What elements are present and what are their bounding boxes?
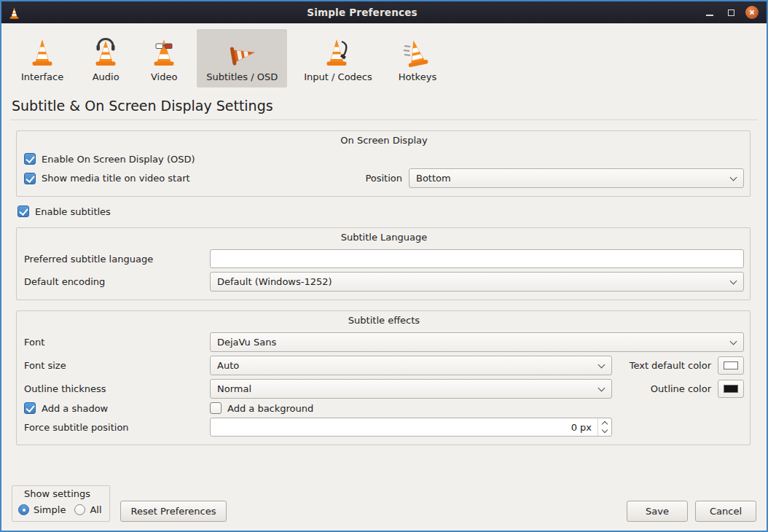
checkbox-icon [17,206,29,217]
checkbox-icon [210,402,222,414]
cancel-button[interactable]: Cancel [695,501,756,522]
restore-icon [728,9,734,16]
interface-icon [26,36,58,68]
default-encoding-label: Default encoding [24,276,210,287]
tab-label: Video [151,71,177,82]
text-default-color-label: Text default color [630,360,711,371]
tab-input-codecs[interactable]: Input / Codecs [294,29,382,87]
preferred-language-label: Preferred subtitle language [24,254,210,265]
spinner-buttons[interactable] [597,418,611,436]
outline-thickness-dropdown[interactable]: Normal [210,379,612,399]
enable-subtitles-label: Enable subtitles [35,206,111,217]
subtitle-language-group: Subtitle Language Preferred subtitle lan… [16,227,751,300]
outline-thickness-value: Normal [217,383,599,394]
position-value: Bottom [416,173,731,184]
text-default-color-button[interactable] [718,356,744,375]
add-background-label: Add a background [227,403,313,414]
add-shadow-label: Add a shadow [42,403,108,414]
osd-group: On Screen Display Enable On Screen Displ… [16,130,751,197]
chevron-down-icon [730,277,737,284]
save-button[interactable]: Save [627,501,688,522]
tab-audio[interactable]: Audio [80,29,131,87]
chevron-down-icon [598,384,606,391]
audio-icon [90,36,122,68]
show-media-title-checkbox[interactable]: Show media title on video start [24,173,190,184]
tab-label: Interface [21,71,63,82]
subtitles-osd-icon [226,36,258,68]
radio-icon [74,504,85,515]
enable-subtitles-checkbox[interactable]: Enable subtitles [17,206,111,217]
tab-video[interactable]: Video [138,29,189,87]
simple-radio-label: Simple [34,504,66,515]
text-default-color-swatch [724,361,738,369]
show-media-title-label: Show media title on video start [42,173,190,184]
checkbox-icon [24,173,36,184]
osd-group-title: On Screen Display [24,133,744,149]
outline-thickness-label: Outline thickness [24,383,210,394]
all-radio-label: All [90,504,101,515]
tab-label: Audio [93,71,119,82]
tab-label: Hotkeys [399,71,436,82]
restore-button[interactable] [724,6,737,19]
video-icon [148,36,180,68]
add-background-checkbox[interactable]: Add a background [210,402,313,414]
font-size-value: Auto [217,360,599,371]
default-encoding-dropdown[interactable]: Default (Windows-1252) [210,272,744,292]
outline-color-label: Outline color [651,383,711,394]
reset-preferences-button[interactable]: Reset Preferences [120,501,227,522]
page-title: Subtitle & On Screen Display Settings [12,98,767,114]
show-settings-group: Show settings Simple All [12,485,110,522]
preferred-language-input[interactable] [210,249,744,268]
close-button[interactable] [745,6,759,19]
default-encoding-value: Default (Windows-1252) [217,276,731,287]
chevron-down-icon [730,173,737,181]
subtitle-language-group-title: Subtitle Language [24,230,744,246]
title-divider [10,120,758,120]
subtitle-effects-group: Subtitle effects Font DejaVu Sans Font s… [16,310,751,445]
add-shadow-checkbox[interactable]: Add a shadow [24,402,108,414]
show-settings-title: Show settings [15,488,102,504]
position-label: Position [365,173,402,184]
force-subtitle-position-label: Force subtitle position [24,422,210,433]
checkbox-icon [24,402,36,414]
input-codecs-icon [322,36,354,68]
window-controls [703,6,761,19]
font-dropdown[interactable]: DejaVu Sans [210,332,744,352]
chevron-down-icon [598,361,606,368]
minimize-button[interactable] [703,6,716,19]
titlebar[interactable]: Simple Preferences [1,1,767,23]
tab-hotkeys[interactable]: Hotkeys [389,29,446,87]
enable-osd-label: Enable On Screen Display (OSD) [42,154,195,165]
enable-osd-checkbox[interactable]: Enable On Screen Display (OSD) [24,153,195,165]
minimize-icon [706,15,713,16]
tab-subtitles-osd[interactable]: Subtitles / OSD [197,29,287,87]
radio-icon [18,504,29,515]
hotkeys-icon [401,36,434,68]
outline-color-button[interactable] [718,380,744,398]
tab-interface[interactable]: Interface [12,29,73,87]
force-subtitle-position-value: 0 px [211,418,597,436]
tab-label: Subtitles / OSD [206,71,278,82]
force-subtitle-position-spinbox[interactable]: 0 px [210,418,612,437]
chevron-down-icon [730,337,737,345]
show-settings-simple-radio[interactable]: Simple [18,504,66,515]
close-icon [749,9,755,15]
font-value: DejaVu Sans [217,337,731,348]
window-title: Simple Preferences [21,7,703,18]
preferences-category-toolbar: Interface Audio Video [1,23,767,89]
tab-label: Input / Codecs [304,71,372,82]
font-label: Font [24,337,210,348]
footer: Show settings Simple All Reset Preferenc… [1,485,767,531]
subtitle-effects-group-title: Subtitle effects [24,313,744,329]
simple-preferences-window: Simple Preferences Interface [0,0,768,532]
vlc-app-icon [7,6,21,20]
font-size-label: Font size [24,360,210,371]
chevron-down-icon [602,427,608,433]
position-dropdown[interactable]: Bottom [409,168,744,188]
checkbox-icon [24,153,36,165]
show-settings-all-radio[interactable]: All [74,504,101,515]
font-size-dropdown[interactable]: Auto [210,356,612,375]
outline-color-swatch [724,385,738,393]
